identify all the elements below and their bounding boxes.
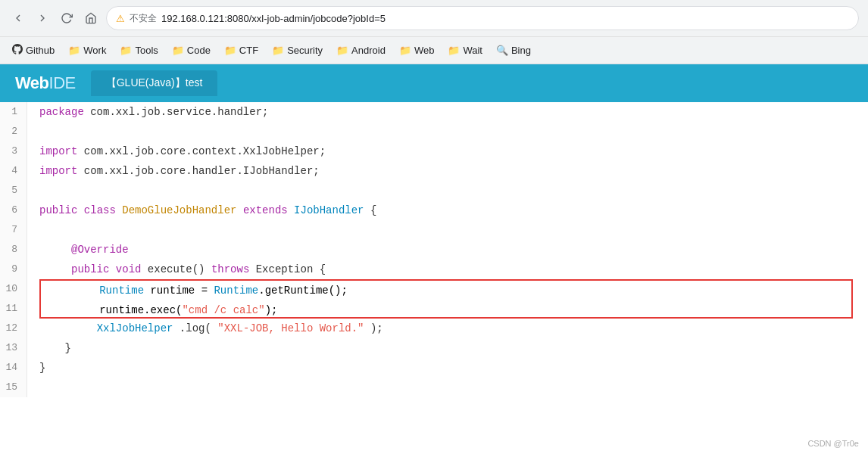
- bookmark-wait[interactable]: 📁 Wait: [442, 42, 489, 59]
- bookmark-android[interactable]: 📁 Android: [330, 42, 392, 59]
- code-line-9: 9 public void execute() throws Exception…: [0, 260, 868, 279]
- folder-icon-web: 📁: [399, 45, 411, 56]
- bookmark-ctf-label: CTF: [239, 45, 258, 56]
- folder-icon-ctf: 📁: [224, 45, 236, 56]
- bookmark-github-label: Github: [26, 45, 55, 56]
- line-num-6: 6: [0, 201, 27, 220]
- bookmark-tools[interactable]: 📁 Tools: [114, 42, 164, 59]
- code-line-7: 7: [0, 220, 868, 240]
- watermark-text: CSDN @Tr0e: [807, 439, 859, 448]
- bookmark-security-label: Security: [287, 45, 323, 56]
- code-line-1: 1 package com.xxl.job.service.handler;: [0, 102, 868, 122]
- code-line-11: 11: [0, 299, 868, 319]
- bookmark-wait-label: Wait: [463, 45, 482, 56]
- webide-tab-label: 【GLUE(Java)】test: [106, 76, 203, 89]
- highlighted-block: 10 11 Runtime runtime = Runtime.getRunti…: [0, 279, 868, 319]
- line-num-5: 5: [0, 181, 27, 201]
- code-editor: 1 package com.xxl.job.service.handler; 2…: [0, 102, 868, 397]
- keyword-throws: throws: [211, 263, 249, 275]
- code-line-5: 5: [0, 181, 868, 201]
- bookmark-tools-label: Tools: [135, 45, 158, 56]
- keyword-import-3: import: [39, 145, 77, 157]
- code-line-10: 10: [0, 279, 868, 299]
- line-content-1: package com.xxl.job.service.handler;: [27, 102, 868, 122]
- line-content-7: [27, 220, 868, 240]
- refresh-button[interactable]: [58, 9, 76, 27]
- code-line-15: 15: [0, 378, 868, 397]
- type-xxljobhelper: XxlJobHelper: [97, 322, 173, 334]
- bookmarks-bar: Github 📁 Work 📁 Tools 📁 Code 📁 CTF 📁 Sec…: [0, 36, 868, 64]
- webide-logo-ide: IDE: [49, 73, 76, 92]
- webide-header: WebIDE 【GLUE(Java)】test: [0, 64, 868, 102]
- folder-icon-code: 📁: [172, 45, 184, 56]
- watermark: CSDN @Tr0e: [807, 439, 859, 448]
- bookmark-web[interactable]: 📁 Web: [393, 42, 441, 59]
- line-content-2: [27, 122, 868, 141]
- line-content-4: import com.xxl.job.core.handler.IJobHand…: [27, 161, 868, 181]
- string-hello-world: "XXL-JOB, Hello World.": [217, 322, 364, 334]
- back-button[interactable]: [9, 9, 27, 27]
- annotation-override: @Override: [71, 244, 129, 256]
- bookmark-android-label: Android: [351, 45, 386, 56]
- bookmark-bing[interactable]: 🔍 Bing: [490, 42, 537, 59]
- line-content-10: [27, 279, 868, 299]
- line-num-11: 11: [0, 299, 27, 319]
- home-button[interactable]: [82, 9, 100, 27]
- bookmark-work-label: Work: [83, 45, 106, 56]
- warning-icon: ⚠: [116, 13, 125, 24]
- keyword-import-4: import: [39, 165, 77, 177]
- bookmark-code[interactable]: 📁 Code: [166, 42, 217, 59]
- keyword-void: void: [116, 263, 142, 275]
- bookmark-work[interactable]: 📁 Work: [62, 42, 112, 59]
- line-num-3: 3: [0, 141, 27, 161]
- line-num-9: 9: [0, 260, 27, 279]
- code-line-8: 8 @Override: [0, 240, 868, 260]
- line-num-4: 4: [0, 161, 27, 181]
- code-line-14: 14 }: [0, 358, 868, 378]
- line-content-13: }: [27, 338, 868, 358]
- line-num-7: 7: [0, 220, 27, 240]
- webide-tab[interactable]: 【GLUE(Java)】test: [91, 70, 218, 96]
- code-line-2: 2: [0, 122, 868, 141]
- line-num-13: 13: [0, 338, 27, 358]
- bookmark-ctf[interactable]: 📁 CTF: [218, 42, 264, 59]
- address-bar[interactable]: ⚠ 不安全 192.168.0.121:8080/xxl-job-admin/j…: [106, 6, 859, 30]
- browser-chrome: ⚠ 不安全 192.168.0.121:8080/xxl-job-admin/j…: [0, 0, 868, 64]
- line-content-11: [27, 299, 868, 319]
- search-icon-bing: 🔍: [496, 45, 508, 56]
- line-content-15: [27, 378, 868, 397]
- webide-logo-web: Web: [15, 73, 49, 92]
- code-line-13: 13 }: [0, 338, 868, 358]
- line-content-6: public class DemoGlueJobHandler extends …: [27, 201, 868, 220]
- github-icon: [12, 44, 23, 57]
- bookmark-bing-label: Bing: [511, 45, 531, 56]
- line-content-14: }: [27, 358, 868, 378]
- code-line-6: 6 public class DemoGlueJobHandler extend…: [0, 201, 868, 220]
- line-num-10: 10: [0, 279, 27, 299]
- line-content-3: import com.xxl.job.core.context.XxlJobHe…: [27, 141, 868, 161]
- keyword-class: class: [84, 204, 116, 216]
- keyword-package: package: [39, 106, 84, 118]
- bookmark-code-label: Code: [187, 45, 211, 56]
- line-num-1: 1: [0, 102, 27, 122]
- keyword-public-9: public: [71, 263, 109, 275]
- line-num-15: 15: [0, 378, 27, 397]
- insecure-label: 不安全: [130, 12, 157, 25]
- folder-icon-tools: 📁: [120, 45, 132, 56]
- url-text: 192.168.0.121:8080/xxl-job-admin/jobcode…: [161, 13, 386, 24]
- line-content-9: public void execute() throws Exception {: [27, 260, 868, 279]
- keyword-public-6: public: [39, 204, 77, 216]
- line-content-12: XxlJobHelper .log( "XXL-JOB, Hello World…: [27, 319, 868, 338]
- folder-icon-security: 📁: [272, 45, 284, 56]
- browser-toolbar: ⚠ 不安全 192.168.0.121:8080/xxl-job-admin/j…: [0, 0, 868, 36]
- webide-logo: WebIDE: [15, 73, 76, 93]
- line-num-12: 12: [0, 319, 27, 338]
- folder-icon-android: 📁: [336, 45, 348, 56]
- bookmark-web-label: Web: [414, 45, 435, 56]
- code-line-12: 12 XxlJobHelper .log( "XXL-JOB, Hello Wo…: [0, 319, 868, 338]
- forward-button[interactable]: [33, 9, 52, 27]
- line-num-8: 8: [0, 240, 27, 260]
- bookmark-github[interactable]: Github: [6, 41, 61, 60]
- bookmark-security[interactable]: 📁 Security: [266, 42, 329, 59]
- folder-icon-work: 📁: [68, 45, 80, 56]
